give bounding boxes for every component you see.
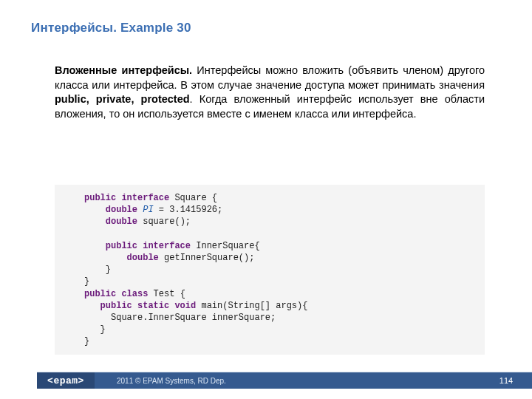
code-txt: } <box>84 336 89 347</box>
code-kw: double <box>84 253 159 263</box>
code-txt: square(); <box>137 216 191 227</box>
body-paragraph: Вложенные интерфейсы. Интерфейсы можно в… <box>55 64 485 121</box>
footer: <epam> 2011 © EPAM Systems, RD Dep. 114 <box>0 372 532 389</box>
code-txt: } <box>84 265 111 275</box>
code-txt: } <box>84 324 106 335</box>
modifiers: public, private, protected <box>55 93 190 105</box>
footer-spacer <box>0 372 37 389</box>
code-txt: Square.InnerSquare innerSquare; <box>84 313 276 323</box>
code-txt: = 3.1415926; <box>154 205 223 215</box>
epam-logo: <epam> <box>37 372 95 389</box>
code-txt: main(String[] args){ <box>196 301 307 311</box>
page-number: 114 <box>480 372 532 389</box>
page-title: Интерфейсы. Example 30 <box>31 21 191 35</box>
code-kw: public class <box>84 289 148 299</box>
footer-copyright: 2011 © EPAM Systems, RD Dep. <box>95 372 480 389</box>
code-kw: double <box>84 216 137 227</box>
code-const: PI <box>137 205 154 215</box>
code-txt: } <box>84 276 89 287</box>
code-kw: public static void <box>84 301 196 311</box>
code-txt: getInnerSquare(); <box>159 253 255 263</box>
code-block: public interface Square { double PI = 3.… <box>55 185 485 355</box>
code-kw: public interface <box>84 241 191 251</box>
code-txt: Test { <box>148 289 185 299</box>
lead-phrase: Вложенные интерфейсы. <box>55 64 192 76</box>
code-kw: public interface <box>84 193 169 203</box>
code-txt: InnerSquare{ <box>191 241 260 251</box>
code-kw: double <box>84 205 137 215</box>
code-txt: Square { <box>169 193 217 203</box>
